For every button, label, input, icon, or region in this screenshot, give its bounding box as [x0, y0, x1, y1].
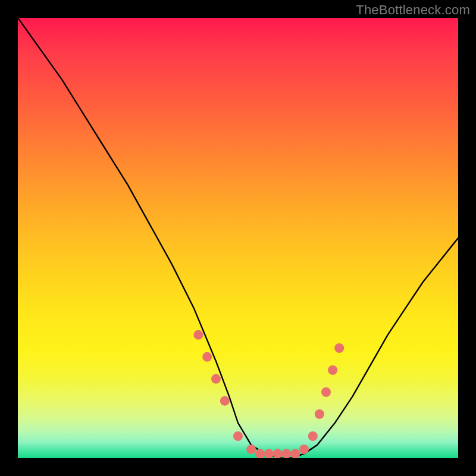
- marker-dot: [246, 444, 256, 454]
- marker-dot: [315, 409, 324, 419]
- marker-dot: [220, 396, 230, 406]
- marker-dot: [299, 444, 309, 454]
- marker-dot: [255, 449, 265, 458]
- marker-dot: [281, 449, 291, 458]
- marker-dot: [334, 343, 344, 353]
- marker-dot: [233, 431, 243, 441]
- marker-dot: [211, 374, 221, 384]
- watermark-text: TheBottleneck.com: [356, 2, 470, 18]
- marker-dot: [202, 352, 212, 362]
- chart-plot-area: [18, 18, 458, 458]
- bottleneck-curve: [18, 18, 458, 458]
- chart-frame: TheBottleneck.com: [0, 0, 476, 476]
- marker-dot: [308, 431, 318, 441]
- chart-overlay: [18, 18, 458, 458]
- marker-dot: [264, 449, 274, 458]
- marker-dot: [321, 387, 331, 397]
- marker-dot: [273, 449, 283, 458]
- marker-dot: [290, 449, 300, 458]
- marker-dot: [328, 365, 337, 375]
- marker-dot: [193, 330, 203, 340]
